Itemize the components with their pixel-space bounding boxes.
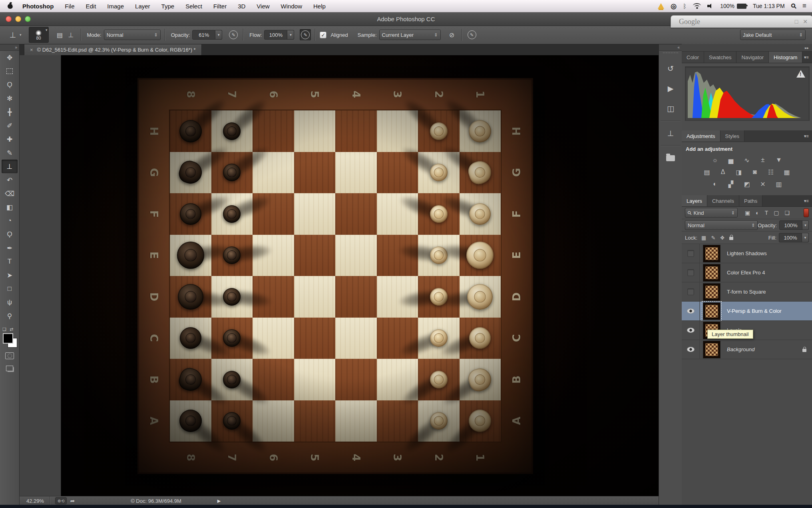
menu-item-view[interactable]: View <box>251 0 275 12</box>
collapse-dock-chevrons[interactable]: ▸▸ <box>682 44 812 52</box>
notification-center-icon[interactable]: ≡ <box>802 2 806 10</box>
brush-preset-picker[interactable]: 80 ▾ <box>29 27 49 43</box>
tab-swatches[interactable]: Swatches <box>704 52 736 63</box>
blur-tool[interactable]: ◔ <box>2 214 18 228</box>
canvas-area[interactable]: 8877665544332211HHGGFFEEDDCCBBAA <box>19 55 659 496</box>
panel-menu-icon[interactable]: ▾≡ <box>804 195 812 206</box>
close-document-icon[interactable]: × <box>30 47 33 53</box>
type-tool[interactable]: T <box>2 255 18 268</box>
layer-thumbnail[interactable] <box>703 283 720 301</box>
workspace-select[interactable]: Jake Default ⇕ <box>740 30 806 40</box>
layer-row-v-persp-burn-color[interactable]: V-Persp & Burn & Color <box>682 302 812 321</box>
layer-visibility-toggle[interactable] <box>682 340 700 359</box>
layer-filter-toggle[interactable] <box>804 208 809 217</box>
ignore-adjustment-layers-icon[interactable]: ⊘ <box>446 29 458 40</box>
layer-visibility-toggle[interactable] <box>682 263 700 282</box>
filter-adjustment-layers-icon[interactable]: ◐ <box>756 210 759 216</box>
hand-tool[interactable]: ψ <box>2 296 18 309</box>
filter-smart-objects-icon[interactable]: ❏ <box>785 210 790 216</box>
toolbar-collapse-chevrons[interactable]: » <box>0 44 19 51</box>
airbrush-toggle[interactable]: ✎ <box>300 29 311 40</box>
black-white-icon[interactable]: ◨ <box>733 167 745 177</box>
layer-thumbnail[interactable] <box>703 245 720 262</box>
zoom-level-field[interactable]: 42.29% <box>19 498 50 504</box>
filter-kind-select[interactable]: ⚲ Kind ⇕ <box>685 208 738 218</box>
swap-colors-icon[interactable]: ❏⇄ <box>2 327 19 332</box>
filter-pixel-layers-icon[interactable]: ▣ <box>745 210 750 216</box>
menu-item-image[interactable]: Image <box>102 0 129 12</box>
layer-row-lighten-shadows[interactable]: Lighten Shadows <box>682 244 812 263</box>
history-brush-tool[interactable]: ↶ <box>2 173 18 187</box>
layer-visibility-toggle[interactable] <box>682 302 700 320</box>
photo-filter-icon[interactable]: ◙ <box>749 167 761 177</box>
lock-all-icon[interactable] <box>729 237 733 240</box>
pressure-size-icon[interactable]: ✎ <box>466 29 478 40</box>
properties-panel-icon[interactable]: ◫ <box>663 100 679 116</box>
zoom-window-button[interactable] <box>25 16 31 22</box>
close-window-button[interactable] <box>6 16 12 22</box>
lasso-tool[interactable]: Ǫ <box>2 78 18 92</box>
screen-mode-button[interactable] <box>2 362 18 374</box>
layer-row-background[interactable]: Background <box>682 340 812 359</box>
toggle-clone-source-panel-button[interactable]: ⊥ <box>66 29 77 40</box>
dodge-tool[interactable]: Ϙ <box>2 228 18 241</box>
tab-paths[interactable]: Paths <box>739 195 762 206</box>
menu-item-help[interactable]: Help <box>308 0 331 12</box>
tab-adjustments[interactable]: Adjustments <box>682 130 720 142</box>
healing-brush-tool[interactable]: ✚ <box>2 132 18 146</box>
spotlight-icon[interactable]: ⚲ <box>789 2 798 11</box>
tool-preset-picker[interactable]: ⊥ ▾ <box>6 28 23 41</box>
menu-item-3d[interactable]: 3D <box>232 0 251 12</box>
opacity-field[interactable]: 61% <box>192 30 215 40</box>
shape-tool[interactable]: □ <box>2 282 18 296</box>
blend-mode-select[interactable]: Normal ⇕ <box>685 220 758 230</box>
menu-item-edit[interactable]: Edit <box>80 0 102 12</box>
clone-source-panel-icon[interactable]: ⊥ <box>663 125 679 141</box>
menu-item-file[interactable]: File <box>59 0 80 12</box>
minimize-window-button[interactable] <box>15 16 21 22</box>
clone-stamp-tool[interactable]: ⊥ <box>2 160 18 173</box>
layer-row-t-form-to-square[interactable]: T-form to Square <box>682 282 812 302</box>
layer-thumbnail[interactable] <box>703 302 720 320</box>
lock-transparency-icon[interactable]: ▦ <box>701 235 706 241</box>
selective-color-icon[interactable]: ✕ <box>757 179 769 189</box>
menu-item-select[interactable]: Select <box>180 0 208 12</box>
exposure-icon[interactable]: ± <box>757 155 769 165</box>
layer-visibility-toggle[interactable] <box>682 321 700 340</box>
document-tab[interactable]: × © D62_5615-Edit.psd @ 42.3% (V-Persp &… <box>24 44 202 55</box>
flow-dropdown-arrow[interactable]: ▾ <box>287 30 294 40</box>
layer-thumbnail[interactable] <box>703 341 720 358</box>
aligned-checkbox[interactable]: ✓ <box>320 32 326 38</box>
gradient-map-icon[interactable]: ▥ <box>773 179 785 189</box>
curves-icon[interactable]: ∿ <box>741 155 753 165</box>
pressure-opacity-icon[interactable]: ✎ <box>228 29 239 40</box>
status-bar-arrow[interactable]: ▶ <box>217 498 221 504</box>
history-panel-icon[interactable]: ↺ <box>663 60 679 76</box>
tab-styles[interactable]: Styles <box>720 130 744 142</box>
menubar-clock[interactable]: Tue 1:13 PM <box>753 3 785 9</box>
pen-tool[interactable]: ✒ <box>2 241 18 255</box>
toggle-brush-panel-button[interactable]: ▤ <box>54 29 66 40</box>
posterize-icon[interactable]: ▞ <box>725 179 737 189</box>
quick-mask-button[interactable] <box>2 350 18 362</box>
apple-menu-icon[interactable] <box>6 2 14 10</box>
vibrance-icon[interactable]: ▼ <box>773 155 785 165</box>
brightness-contrast-icon[interactable]: ☼ <box>709 155 721 165</box>
eraser-tool[interactable]: ⌫ <box>2 187 18 200</box>
levels-icon[interactable]: ▅ <box>725 155 737 165</box>
creative-cloud-icon[interactable]: ◎ <box>671 2 677 10</box>
status-options-button[interactable]: ⚙⟲ <box>55 497 67 504</box>
layer-row-color-efex-pro-4[interactable]: Color Efex Pro 4 <box>682 263 812 282</box>
wifi-icon[interactable] <box>693 2 701 10</box>
menu-item-window[interactable]: Window <box>275 0 308 12</box>
gradient-tool[interactable]: ◧ <box>2 200 18 214</box>
eyedropper-tool[interactable]: ✐ <box>2 119 18 132</box>
menu-item-type[interactable]: Type <box>156 0 180 12</box>
zoom-tool[interactable]: ⚲ <box>2 309 18 323</box>
flow-field[interactable]: 100% <box>264 30 287 40</box>
brush-tool[interactable]: ✎ <box>2 146 18 160</box>
color-lookup-icon[interactable]: ▦ <box>781 167 793 177</box>
move-tool[interactable]: ✥ <box>2 51 18 64</box>
panel-menu-icon[interactable]: ▾≡ <box>804 52 812 63</box>
tab-navigator[interactable]: Navigator <box>736 52 769 63</box>
